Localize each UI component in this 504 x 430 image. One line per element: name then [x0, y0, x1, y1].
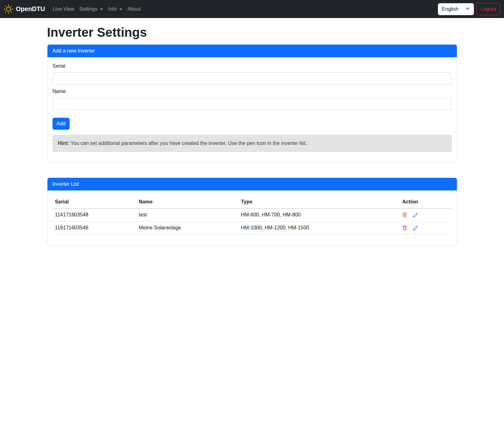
pencil-icon — [413, 226, 418, 232]
trash-icon — [402, 213, 407, 219]
name-input[interactable] — [53, 98, 452, 110]
delete-inverter-button[interactable] — [402, 226, 407, 231]
cell-type: HM-1000, HM-1200, HM-1500 — [239, 221, 400, 234]
inverter-list-card: Inverter List Serial Name Type Action — [47, 178, 457, 245]
header-row: Serial Name Type Action — [53, 196, 452, 209]
inverter-table-body: 114171603548 test HM-600, HM-700, HM-800 — [53, 209, 452, 234]
nav-item-label: Settings — [79, 5, 97, 13]
nav-item-about[interactable]: About — [125, 3, 143, 16]
serial-input[interactable] — [53, 72, 452, 84]
cell-name: Meine Solaranlage — [136, 221, 239, 234]
brand-link[interactable]: OpenDTU — [4, 4, 45, 14]
add-inverter-card-body: Serial Name Add Hint: You can set additi… — [47, 57, 457, 162]
navbar-left: OpenDTU Live View Settings Info About — [4, 3, 143, 16]
add-inverter-card-header: Add a new Inverter — [47, 45, 457, 57]
nav-item-label: Info — [108, 5, 117, 13]
column-header-action: Action — [400, 196, 451, 209]
chevron-down-icon — [465, 5, 470, 13]
inverter-table-head: Serial Name Type Action — [53, 196, 452, 209]
hint-label: Hint: — [58, 140, 69, 146]
hint-alert: Hint: You can set additional parameters … — [53, 135, 452, 152]
inverter-list-card-header: Inverter List — [47, 178, 457, 190]
column-header-name: Name — [136, 196, 239, 209]
language-select-value: English — [442, 5, 458, 13]
nav-item-info[interactable]: Info — [106, 3, 125, 16]
brand-label: OpenDTU — [16, 5, 45, 13]
add-button[interactable]: Add — [53, 118, 70, 130]
edit-inverter-button[interactable] — [413, 213, 418, 218]
name-form-group: Name — [53, 88, 452, 110]
cell-name: test — [136, 209, 239, 221]
nav-item-settings[interactable]: Settings — [77, 3, 106, 16]
cell-type: HM-600, HM-700, HM-800 — [239, 209, 400, 221]
page-title: Inverter Settings — [47, 25, 457, 40]
pencil-icon — [413, 213, 418, 219]
caret-down-icon — [119, 9, 122, 10]
cell-serial: 114171603548 — [53, 209, 136, 221]
sun-icon — [4, 4, 13, 14]
inverter-table: Serial Name Type Action 114171603548 tes… — [53, 196, 452, 234]
table-row: 116171603546 Meine Solaranlage HM-1000, … — [53, 221, 452, 234]
language-select[interactable]: English — [438, 3, 474, 15]
main-content: Inverter Settings Add a new Inverter Ser… — [47, 18, 457, 245]
cell-serial: 116171603546 — [53, 221, 136, 234]
navbar-right: English Logout — [438, 3, 500, 15]
nav-item-label: About — [128, 5, 141, 13]
navbar: OpenDTU Live View Settings Info About En… — [0, 0, 504, 18]
cell-action — [400, 209, 451, 221]
inverter-list-card-body: Serial Name Type Action 114171603548 tes… — [47, 190, 457, 245]
hint-text: You can set additional parameters after … — [69, 140, 307, 146]
edit-inverter-button[interactable] — [413, 226, 418, 231]
cell-action — [400, 221, 451, 234]
nav-item-label: Live View — [53, 5, 74, 13]
delete-inverter-button[interactable] — [402, 213, 407, 218]
caret-down-icon — [100, 9, 103, 10]
serial-form-group: Serial — [53, 62, 452, 84]
nav-item-live-view[interactable]: Live View — [50, 3, 77, 16]
column-header-serial: Serial — [53, 196, 136, 209]
add-inverter-card: Add a new Inverter Serial Name Add Hint:… — [47, 44, 457, 162]
table-row: 114171603548 test HM-600, HM-700, HM-800 — [53, 209, 452, 221]
trash-icon — [402, 226, 407, 232]
name-label: Name — [53, 88, 66, 95]
serial-label: Serial — [53, 62, 65, 70]
logout-button[interactable]: Logout — [476, 3, 500, 15]
column-header-type: Type — [239, 196, 400, 209]
